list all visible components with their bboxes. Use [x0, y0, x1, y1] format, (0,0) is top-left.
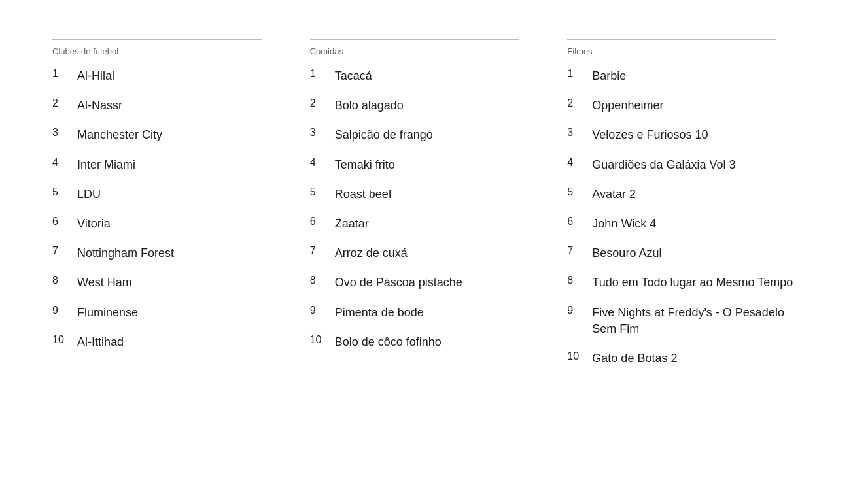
- item-number: 8: [567, 275, 592, 286]
- item-text: Roast beef: [335, 186, 392, 203]
- list-comidas: 1Tacacá2Bolo alagado3Salpicão de frango4…: [310, 68, 542, 350]
- item-text: John Wick 4: [592, 216, 656, 232]
- list-item: 6Zaatar: [310, 216, 542, 232]
- item-number: 3: [310, 127, 335, 139]
- item-number: 8: [52, 275, 77, 286]
- item-text: LDU: [77, 186, 101, 203]
- list-item: 2Bolo alagado: [310, 97, 542, 114]
- list-item: 3Velozes e Furiosos 10: [567, 127, 799, 143]
- item-number: 5: [310, 186, 335, 198]
- list-item: 8Ovo de Páscoa pistache: [310, 275, 542, 291]
- item-number: 5: [52, 186, 77, 198]
- item-text: Oppenheimer: [592, 97, 663, 114]
- column-filmes: Filmes1Barbie2Oppenheimer3Velozes e Furi…: [567, 39, 799, 380]
- item-text: Bolo de côco fofinho: [335, 334, 442, 350]
- item-text: Five Nights at Freddy's - O Pesadelo Sem…: [592, 305, 799, 337]
- list-item: 7Arroz de cuxá: [310, 245, 542, 261]
- column-futebol: Clubes de futebol1Al-Hilal2Al-Nassr3Manc…: [52, 39, 310, 380]
- list-item: 1Al-Hilal: [52, 68, 284, 84]
- item-text: Al-Nassr: [77, 97, 122, 114]
- header-line-filmes: [567, 39, 776, 40]
- list-filmes: 1Barbie2Oppenheimer3Velozes e Furiosos 1…: [567, 68, 799, 367]
- list-futebol: 1Al-Hilal2Al-Nassr3Manchester City4Inter…: [52, 68, 284, 350]
- list-item: 5Roast beef: [310, 186, 542, 203]
- item-text: Tacacá: [335, 68, 372, 84]
- item-number: 6: [567, 216, 592, 227]
- list-item: 8West Ham: [52, 275, 284, 291]
- item-number: 3: [567, 127, 592, 139]
- item-number: 5: [567, 186, 592, 198]
- list-item: 7Nottingham Forest: [52, 245, 284, 261]
- item-text: Bolo alagado: [335, 97, 404, 114]
- item-text: Besouro Azul: [592, 245, 661, 261]
- item-text: Nottingham Forest: [77, 245, 174, 261]
- list-item: 8Tudo em Todo lugar ao Mesmo Tempo: [567, 275, 799, 291]
- item-number: 10: [310, 334, 335, 346]
- item-number: 9: [310, 305, 335, 316]
- item-number: 8: [310, 275, 335, 286]
- item-text: Avatar 2: [592, 186, 636, 203]
- column-comidas: Comidas1Tacacá2Bolo alagado3Salpicão de …: [310, 39, 568, 380]
- column-title-comidas: Comidas: [310, 46, 542, 56]
- item-text: Al-Hilal: [77, 68, 114, 84]
- list-item: 4Guardiões da Galáxia Vol 3: [567, 157, 799, 173]
- item-number: 10: [567, 350, 592, 362]
- item-number: 6: [310, 216, 335, 227]
- item-number: 7: [52, 245, 77, 257]
- list-item: 3Manchester City: [52, 127, 284, 143]
- list-item: 10Bolo de côco fofinho: [310, 334, 542, 350]
- list-item: 4Temaki frito: [310, 157, 542, 173]
- item-number: 4: [310, 157, 335, 169]
- list-item: 2Al-Nassr: [52, 97, 284, 114]
- item-number: 3: [52, 127, 77, 139]
- item-number: 1: [310, 68, 335, 80]
- list-item: 10Al-Ittihad: [52, 334, 284, 350]
- item-number: 2: [52, 97, 77, 109]
- list-item: 1Barbie: [567, 68, 799, 84]
- item-text: Vitoria: [77, 216, 111, 232]
- item-number: 9: [52, 305, 77, 316]
- item-text: Manchester City: [77, 127, 162, 143]
- item-text: Arroz de cuxá: [335, 245, 408, 261]
- list-item: 9Fluminense: [52, 305, 284, 321]
- item-text: West Ham: [77, 275, 132, 291]
- item-text: Tudo em Todo lugar ao Mesmo Tempo: [592, 275, 793, 291]
- list-item: 6John Wick 4: [567, 216, 799, 232]
- item-number: 6: [52, 216, 77, 227]
- item-text: Pimenta de bode: [335, 305, 424, 321]
- list-item: 5LDU: [52, 186, 284, 203]
- item-number: 7: [310, 245, 335, 257]
- item-number: 1: [52, 68, 77, 80]
- item-number: 9: [567, 305, 592, 316]
- list-item: 6Vitoria: [52, 216, 284, 232]
- item-number: 4: [567, 157, 592, 169]
- item-text: Barbie: [592, 68, 626, 84]
- item-text: Salpicão de frango: [335, 127, 433, 143]
- column-title-futebol: Clubes de futebol: [52, 46, 284, 56]
- list-item: 9Pimenta de bode: [310, 305, 542, 321]
- item-number: 2: [310, 97, 335, 109]
- item-text: Temaki frito: [335, 157, 395, 173]
- list-item: 1Tacacá: [310, 68, 542, 84]
- list-item: 9Five Nights at Freddy's - O Pesadelo Se…: [567, 305, 799, 337]
- item-number: 2: [567, 97, 592, 109]
- item-text: Gato de Botas 2: [592, 350, 677, 367]
- header-line-futebol: [52, 39, 262, 40]
- item-text: Zaatar: [335, 216, 369, 232]
- item-text: Inter Miami: [77, 157, 135, 173]
- header-line-comidas: [310, 39, 519, 40]
- page-container: Clubes de futebol1Al-Hilal2Al-Nassr3Manc…: [0, 0, 851, 406]
- item-text: Fluminense: [77, 305, 138, 321]
- list-item: 7Besouro Azul: [567, 245, 799, 261]
- column-title-filmes: Filmes: [567, 46, 799, 56]
- item-number: 1: [567, 68, 592, 80]
- item-text: Al-Ittihad: [77, 334, 124, 350]
- item-number: 10: [52, 334, 77, 346]
- item-text: Velozes e Furiosos 10: [592, 127, 708, 143]
- item-text: Ovo de Páscoa pistache: [335, 275, 462, 291]
- item-number: 7: [567, 245, 592, 257]
- list-item: 4Inter Miami: [52, 157, 284, 173]
- item-text: Guardiões da Galáxia Vol 3: [592, 157, 735, 173]
- list-item: 5Avatar 2: [567, 186, 799, 203]
- item-number: 4: [52, 157, 77, 169]
